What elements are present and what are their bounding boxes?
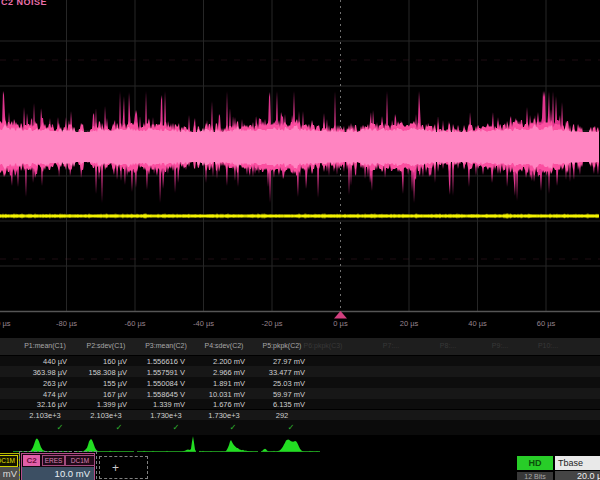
c1-coupling-token: DC1M xyxy=(0,455,18,467)
c1-descriptor-top-row: DC1M xyxy=(0,454,19,467)
time-axis-label: 40 µs xyxy=(454,319,502,328)
add-trace-button[interactable]: + xyxy=(99,456,148,479)
c2-channel-badge: C2 xyxy=(23,455,40,466)
time-axis-label: -80 µs xyxy=(43,319,91,328)
status-check-icon: ✓ xyxy=(52,423,68,432)
status-check-icon: ✓ xyxy=(283,423,299,432)
timebase-per-div: 20.0 µs/div xyxy=(555,471,600,480)
status-check-icon: ✓ xyxy=(225,423,241,432)
time-axis-label: 0 µs xyxy=(317,319,365,328)
time-axis-label: -100 µs xyxy=(0,319,22,328)
measure-cell: 25.03 mV xyxy=(235,379,305,388)
measure-cell: 59.97 mV xyxy=(235,390,305,399)
time-axis-label: 20 µs xyxy=(385,319,433,328)
c2-volts-per-div: 10.0 mV xyxy=(22,467,94,480)
time-axis-label: -20 µs xyxy=(248,319,296,328)
channel-c1-descriptor[interactable]: DC1M 0 mV xyxy=(0,453,20,480)
oscilloscope-screen: C2 NOISE -100 µs -80 µs -60 µs -40 µs -2… xyxy=(0,0,600,480)
measure-cell: 27.97 mV xyxy=(235,357,305,366)
measure-cell: 33.477 mV xyxy=(235,368,305,377)
c2-coupling-token: DC1M xyxy=(65,455,95,466)
time-axis-label: -60 µs xyxy=(111,319,159,328)
measure-cell: 6.135 mV xyxy=(235,400,305,409)
time-axis-label: -40 µs xyxy=(180,319,228,328)
hd-bits-label: 12 Bits xyxy=(517,472,553,480)
timebase-descriptor[interactable]: Tbase xyxy=(555,456,600,470)
c1-volts-per-div: 0 mV xyxy=(0,467,19,480)
status-check-icon: ✓ xyxy=(111,423,127,432)
time-axis-label: 60 µs xyxy=(522,319,570,328)
measure-cell: 292 xyxy=(244,411,320,420)
measure-col-header-disabled: P10:... xyxy=(514,341,582,350)
channel-c2-descriptor[interactable]: C2 ERES DC1M 10.0 mV xyxy=(21,453,95,480)
measure-col-header-disabled: P6:pkpk(C3) xyxy=(289,341,357,350)
trace-label: C2 NOISE xyxy=(1,0,47,7)
status-check-icon: ✓ xyxy=(168,423,184,432)
c2-eres-token: ERES xyxy=(42,455,65,466)
hd-mode-badge[interactable]: HD xyxy=(517,456,553,470)
